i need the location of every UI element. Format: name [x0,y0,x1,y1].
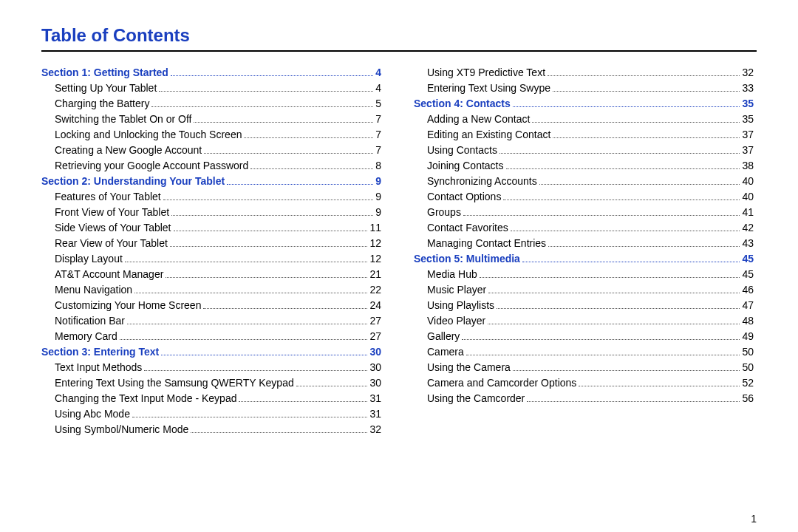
toc-entry-row[interactable]: Using the Camcorder56 [414,391,754,406]
toc-entry-row[interactable]: Using Abc Mode31 [41,406,381,422]
toc-entry-title: Retrieving your Google Account Password [41,158,248,174]
dot-leader [499,146,740,154]
toc-page-number: 33 [742,81,754,96]
toc-entry-row[interactable]: Locking and Unlocking the Touch Screen7 [41,127,381,143]
toc-entry-row[interactable]: Notification Bar27 [41,313,381,329]
toc-entry-title: Setting Up Your Tablet [41,81,157,96]
toc-page-number: 50 [742,360,754,375]
dot-leader [125,254,368,262]
toc-section-row[interactable]: Section 3: Entering Text30 [41,344,381,360]
toc-entry-row[interactable]: Using the Camera50 [414,360,754,375]
toc-page-number: 38 [742,158,754,174]
toc-entry-row[interactable]: Video Player48 [414,313,754,329]
toc-entry-row[interactable]: Memory Card27 [41,329,381,344]
dot-leader [579,378,740,386]
toc-section-row[interactable]: Section 4: Contacts35 [414,96,754,112]
toc-entry-row[interactable]: Retrieving your Google Account Password8 [41,158,381,174]
toc-entry-row[interactable]: Setting Up Your Tablet4 [41,81,381,96]
dot-leader [127,316,367,324]
toc-page-number: 12 [369,236,381,251]
toc-entry-row[interactable]: Creating a New Google Account7 [41,143,381,158]
toc-entry-row[interactable]: Features of Your Tablet9 [41,189,381,205]
dot-leader [134,285,367,293]
toc-entry-row[interactable]: Entering Text Using the Samsung QWERTY K… [41,375,381,391]
toc-entry-row[interactable]: Text Input Methods30 [41,360,381,375]
toc-entry-row[interactable]: AT&T Account Manager21 [41,267,381,282]
dot-leader [513,363,740,371]
toc-entry-title: Using Playlists [414,298,494,313]
toc-entry-row[interactable]: Changing the Text Input Mode - Keypad31 [41,391,381,406]
toc-page-number: 7 [375,143,381,158]
toc-entry-row[interactable]: Entering Text Using Swype33 [414,81,754,96]
toc-entry-row[interactable]: Managing Contact Entries43 [414,236,754,251]
toc-entry-title: Customizing Your Home Screen [41,298,201,313]
toc-entry-row[interactable]: Joining Contacts38 [414,158,754,174]
dot-leader [120,332,368,340]
toc-entry-row[interactable]: Synchronizing Accounts40 [414,174,754,189]
toc-entry-row[interactable]: Rear View of Your Tablet12 [41,236,381,251]
dot-leader [522,254,740,262]
dot-leader [161,347,367,355]
toc-entry-row[interactable]: Front View of Your Tablet9 [41,205,381,220]
dot-leader [539,177,740,185]
toc-entry-title: Using the Camera [414,360,511,375]
dot-leader [163,192,373,200]
toc-entry-title: Groups [414,205,461,220]
toc-entry-row[interactable]: Using Symbol/Numeric Mode32 [41,422,381,437]
toc-entry-row[interactable]: Using Contacts37 [414,143,754,158]
toc-page-number: 11 [369,220,381,236]
dot-leader [191,425,367,433]
toc-entry-row[interactable]: Using XT9 Predictive Text32 [414,65,754,81]
dot-leader [203,301,367,309]
toc-page-number: 45 [742,251,754,267]
toc-page-number: 46 [742,282,754,298]
toc-section-title: Section 2: Understanding Your Tablet [41,174,225,189]
toc-page-number: 31 [369,406,381,422]
toc-entry-row[interactable]: Media Hub45 [414,267,754,282]
toc-page-number: 45 [742,267,754,282]
toc-entry-row[interactable]: Editing an Existing Contact37 [414,127,754,143]
dot-leader [244,130,373,138]
toc-entry-title: Display Layout [41,251,123,267]
toc-entry-title: Contact Favorites [414,220,508,236]
dot-leader [204,146,373,154]
toc-entry-row[interactable]: Contact Options40 [414,189,754,205]
toc-entry-row[interactable]: Gallery49 [414,329,754,344]
toc-entry-title: Managing Contact Entries [414,236,546,251]
dot-leader [511,223,740,231]
toc-section-row[interactable]: Section 5: Multimedia45 [414,251,754,267]
toc-entry-row[interactable]: Customizing Your Home Screen24 [41,298,381,313]
toc-entry-row[interactable]: Using Playlists47 [414,298,754,313]
toc-entry-row[interactable]: Adding a New Contact35 [414,112,754,127]
dot-leader [250,161,373,169]
toc-page-number: 47 [742,298,754,313]
toc-entry-row[interactable]: Switching the Tablet On or Off7 [41,112,381,127]
toc-page-number: 27 [369,313,381,329]
dot-leader [532,115,740,123]
toc-section-row[interactable]: Section 2: Understanding Your Tablet9 [41,174,381,189]
toc-entry-row[interactable]: Groups41 [414,205,754,220]
toc-page-number: 40 [742,189,754,205]
toc-entry-row[interactable]: Camera and Camcorder Options52 [414,375,754,391]
toc-entry-row[interactable]: Camera50 [414,344,754,360]
toc-page-number: 37 [742,127,754,143]
dot-leader [553,130,740,138]
toc-section-title: Section 5: Multimedia [414,251,520,267]
dot-leader [548,68,740,76]
toc-page-number: 30 [369,344,381,360]
dot-leader [174,223,368,231]
toc-entry-row[interactable]: Menu Navigation22 [41,282,381,298]
toc-entry-row[interactable]: Contact Favorites42 [414,220,754,236]
toc-entry-title: Rear View of Your Tablet [41,236,168,251]
dot-leader [463,208,740,216]
toc-entry-row[interactable]: Side Views of Your Tablet11 [41,220,381,236]
toc-section-row[interactable]: Section 1: Getting Started4 [41,65,381,81]
toc-entry-row[interactable]: Music Player46 [414,282,754,298]
toc-entry-title: Entering Text Using the Samsung QWERTY K… [41,375,294,391]
toc-entry-row[interactable]: Display Layout12 [41,251,381,267]
dot-leader [151,99,373,107]
toc-entry-row[interactable]: Charging the Battery5 [41,96,381,112]
dot-leader [194,115,373,123]
toc-entry-title: Notification Bar [41,313,125,329]
toc-entry-title: Contact Options [414,189,501,205]
